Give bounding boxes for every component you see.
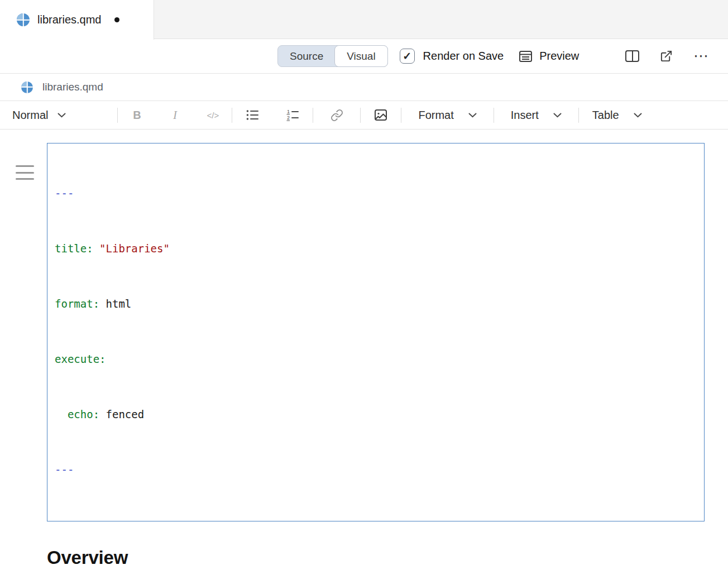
format-menu[interactable]: Format [401,109,493,122]
preview-button[interactable]: Preview [519,50,579,63]
code-button[interactable]: </> [194,111,232,120]
yaml-key-execute: execute: [55,353,106,365]
tab-libraries-qmd[interactable]: libraries.qmd [0,0,154,40]
render-on-save-checkbox[interactable]: ✓ [400,49,415,64]
tab-bar-empty-area [154,0,728,39]
yaml-value-title: "Libraries" [93,242,170,255]
source-mode-button[interactable]: Source [278,46,335,66]
yaml-key-echo: echo: [55,408,99,420]
preview-icon [519,50,533,63]
split-editor-icon[interactable] [625,50,639,62]
visual-mode-label: Visual [347,50,375,63]
source-mode-label: Source [290,50,323,63]
yaml-line: --- [55,184,697,203]
insert-menu-label: Insert [511,109,539,122]
yaml-line: title: "Libraries" [55,240,697,258]
table-menu[interactable]: Table [579,109,659,122]
format-menu-label: Format [418,109,453,122]
link-icon [331,109,343,122]
chevron-down-icon [468,113,477,118]
yaml-key-title: title: [55,242,93,255]
render-on-save-label: Render on Save [423,50,504,63]
breadcrumb-filename: libraries.qmd [42,81,103,93]
quarto-icon-quadrant [17,13,23,20]
check-icon: ✓ [403,51,411,61]
yaml-value-echo: fenced [99,408,144,420]
formatting-toolbar: Normal B I </> 12 Format [0,101,728,130]
svg-text:1: 1 [287,109,290,114]
more-options-icon[interactable]: ⋯ [693,49,709,64]
bulleted-list-icon [246,109,259,121]
breadcrumb: libraries.qmd [0,74,728,101]
open-in-new-window-icon[interactable] [660,50,673,63]
insert-image-button[interactable] [361,109,401,121]
bold-button[interactable]: B [118,109,156,122]
insert-menu[interactable]: Insert [494,109,578,122]
yaml-line: execute: [55,350,697,368]
preview-label: Preview [539,50,579,63]
quarto-file-icon [17,13,30,26]
chevron-down-icon [634,113,642,118]
italic-button[interactable]: I [156,108,194,122]
yaml-delimiter: --- [55,187,74,199]
heading-overview: Overview [47,547,705,568]
numbered-list-icon: 12 [286,109,299,121]
svg-text:2: 2 [287,115,290,121]
yaml-line: echo: fenced [55,405,697,424]
yaml-line: format: html [55,295,697,313]
outline-menu-icon[interactable] [16,165,34,180]
tab-title: libraries.qmd [37,13,101,26]
render-on-save-control: ✓ Render on Save [400,49,504,64]
yaml-line: --- [55,461,697,479]
visual-mode-button[interactable]: Visual [334,45,387,67]
bulleted-list-button[interactable] [232,109,272,121]
image-icon [374,109,387,121]
chevron-down-icon [58,113,66,118]
tab-bar: libraries.qmd [0,0,728,39]
yaml-key-format: format: [55,298,99,310]
paragraph-style-value: Normal [12,109,48,122]
unsaved-changes-icon [114,17,119,22]
paragraph-style-dropdown[interactable]: Normal [12,109,66,122]
quarto-icon-quadrant [21,82,27,88]
yaml-front-matter-block[interactable]: --- title: "Libraries" format: html exec… [47,143,705,521]
table-menu-label: Table [592,109,619,122]
yaml-value-format: html [99,298,131,310]
source-visual-toggle: Source Visual [277,45,388,67]
chevron-down-icon [553,113,562,118]
insert-link-button[interactable] [313,109,360,122]
visual-editor-canvas[interactable]: --- title: "Libraries" format: html exec… [0,143,728,584]
editor-toolbar: Source Visual ✓ Render on Save Preview ⋯ [0,39,728,74]
quarto-file-icon-small [21,82,33,93]
yaml-delimiter: --- [55,463,74,476]
numbered-list-button[interactable]: 12 [272,109,313,121]
toolbar-right-icons: ⋯ [625,49,709,64]
